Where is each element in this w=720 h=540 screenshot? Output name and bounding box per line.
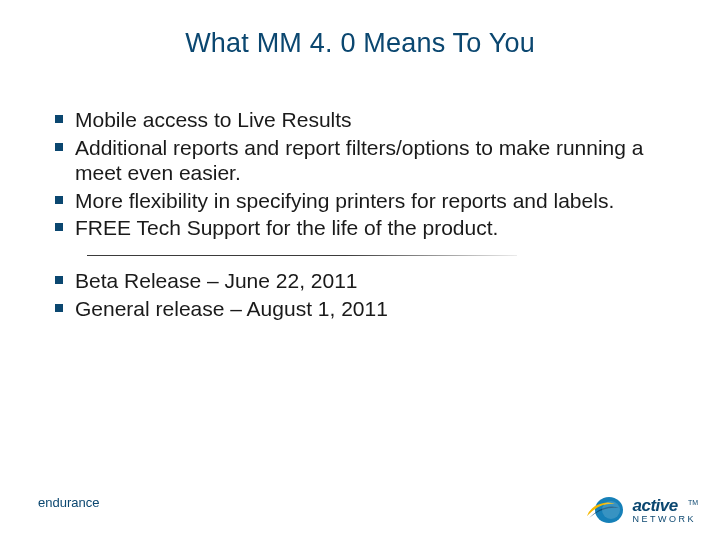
list-item: Beta Release – June 22, 2011 bbox=[45, 268, 675, 294]
list-item: Additional reports and report filters/op… bbox=[45, 135, 675, 186]
footer-label: endurance bbox=[38, 495, 99, 510]
svg-point-1 bbox=[602, 501, 620, 519]
list-item: More flexibility in specifying printers … bbox=[45, 188, 675, 214]
list-item: Mobile access to Live Results bbox=[45, 107, 675, 133]
swoosh-icon bbox=[585, 496, 627, 524]
footer: endurance active NETWORK TM bbox=[0, 486, 720, 540]
logo-text-block: active NETWORK TM bbox=[633, 497, 697, 524]
brand-logo: active NETWORK TM bbox=[585, 496, 697, 524]
slide-title: What MM 4. 0 Means To You bbox=[45, 28, 675, 59]
bullet-list-bottom: Beta Release – June 22, 2011 General rel… bbox=[45, 268, 675, 321]
logo-tm: TM bbox=[688, 499, 698, 506]
slide: What MM 4. 0 Means To You Mobile access … bbox=[0, 0, 720, 540]
divider bbox=[87, 255, 517, 256]
bullet-list-top: Mobile access to Live Results Additional… bbox=[45, 107, 675, 241]
logo-brand-bottom: NETWORK bbox=[633, 515, 697, 524]
list-item: General release – August 1, 2011 bbox=[45, 296, 675, 322]
list-item: FREE Tech Support for the life of the pr… bbox=[45, 215, 675, 241]
logo-brand-top: active bbox=[633, 497, 697, 514]
